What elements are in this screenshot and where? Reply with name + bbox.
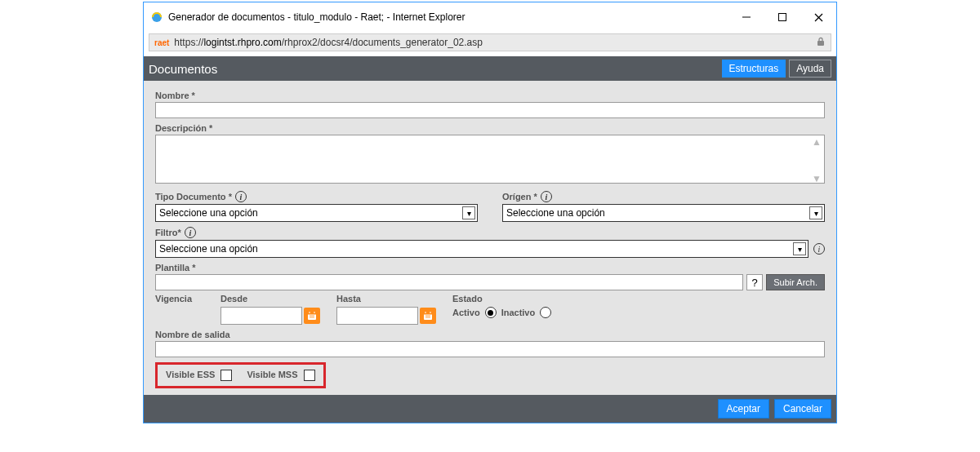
site-favicon: raet	[154, 38, 169, 47]
info-icon[interactable]: i	[541, 191, 552, 202]
chevron-down-icon: ▾	[809, 206, 822, 219]
filtro-label-text: Filtro*	[155, 228, 181, 237]
chevron-down-icon: ▾	[793, 242, 806, 255]
nombre-label: Nombre *	[155, 91, 825, 100]
plantilla-label: Plantilla *	[155, 263, 825, 273]
svg-rect-5	[817, 41, 824, 46]
visible-mss-label: Visible MSS	[247, 370, 297, 379]
url-domain: logintst.rhpro.com	[203, 37, 281, 48]
lock-icon	[816, 37, 826, 49]
page-header: Documentos Estructuras Ayuda	[144, 56, 836, 81]
url-text: https://logintst.rhpro.com/rhprox2/docsr…	[174, 37, 816, 48]
help-button[interactable]: ?	[746, 274, 763, 290]
estado-label: Estado	[452, 294, 825, 304]
vigencia-label: Vigencia	[155, 294, 204, 304]
visible-mss-checkbox[interactable]	[304, 370, 315, 381]
nombre-salida-label: Nombre de salida	[155, 330, 825, 339]
origen-select[interactable]: Seleccione una opción ▾	[502, 204, 825, 222]
inactivo-label: Inactivo	[501, 308, 536, 317]
tipo-documento-label: Tipo Documento * i	[155, 191, 478, 202]
descripcion-label: Descripción *	[155, 123, 825, 133]
app-window: Generador de documentos - titulo_modulo …	[143, 2, 837, 423]
info-icon[interactable]: i	[185, 227, 196, 238]
titlebar: Generador de documentos - titulo_modulo …	[144, 2, 836, 32]
estructuras-button[interactable]: Estructuras	[722, 60, 786, 78]
textarea-scroll-icon: ▲▼	[812, 136, 823, 184]
window-controls	[728, 6, 836, 29]
visibility-highlight: Visible ESS Visible MSS	[155, 362, 326, 388]
address-bar[interactable]: raet https://logintst.rhpro.com/rhprox2/…	[149, 33, 831, 51]
origen-label: Orígen * i	[502, 191, 825, 202]
form-area: Nombre * Descripción * ▲▼ Tipo Documento…	[144, 81, 836, 395]
minimize-button[interactable]	[728, 6, 764, 29]
info-icon[interactable]: i	[235, 191, 247, 202]
calendar-icon[interactable]	[304, 308, 320, 324]
ie-icon	[150, 11, 163, 24]
calendar-icon[interactable]	[420, 308, 436, 324]
url-protocol: https://	[174, 37, 203, 48]
plantilla-input[interactable]	[155, 274, 743, 290]
select-value: Seleccione una opción	[506, 207, 605, 219]
activo-label: Activo	[452, 308, 480, 317]
chevron-down-icon: ▾	[462, 206, 475, 219]
cancelar-button[interactable]: Cancelar	[774, 399, 831, 419]
upload-button[interactable]: Subir Arch.	[766, 274, 825, 290]
select-value: Seleccione una opción	[159, 243, 258, 255]
filtro-label: Filtro* i	[155, 227, 825, 238]
url-path: /rhprox2/docsr4/documents_generator_02.a…	[282, 37, 483, 48]
activo-radio[interactable]	[485, 307, 497, 318]
desde-label: Desde	[220, 294, 320, 304]
info-icon[interactable]: i	[813, 243, 825, 255]
nombre-salida-input[interactable]	[155, 341, 825, 357]
descripcion-textarea[interactable]	[155, 135, 825, 184]
aceptar-button[interactable]: Aceptar	[718, 399, 769, 419]
svg-rect-2	[779, 14, 786, 21]
inactivo-radio[interactable]	[540, 307, 551, 318]
visible-ess-label: Visible ESS	[166, 370, 215, 379]
select-value: Seleccione una opción	[159, 207, 258, 219]
footer: Aceptar Cancelar	[144, 395, 836, 423]
ayuda-button[interactable]: Ayuda	[789, 60, 831, 78]
hasta-label: Hasta	[336, 294, 436, 304]
window-title: Generador de documentos - titulo_modulo …	[168, 11, 728, 23]
maximize-button[interactable]	[764, 6, 800, 29]
hasta-input[interactable]	[336, 307, 418, 325]
close-button[interactable]	[800, 6, 836, 29]
nombre-input[interactable]	[155, 102, 825, 118]
tipo-documento-select[interactable]: Seleccione una opción ▾	[155, 204, 478, 222]
visible-ess-checkbox[interactable]	[220, 370, 232, 381]
page-title: Documentos	[149, 62, 217, 76]
tipo-documento-label-text: Tipo Documento *	[155, 192, 232, 202]
filtro-select[interactable]: Seleccione una opción ▾	[155, 240, 808, 258]
origen-label-text: Orígen *	[502, 192, 537, 202]
desde-input[interactable]	[220, 307, 302, 325]
